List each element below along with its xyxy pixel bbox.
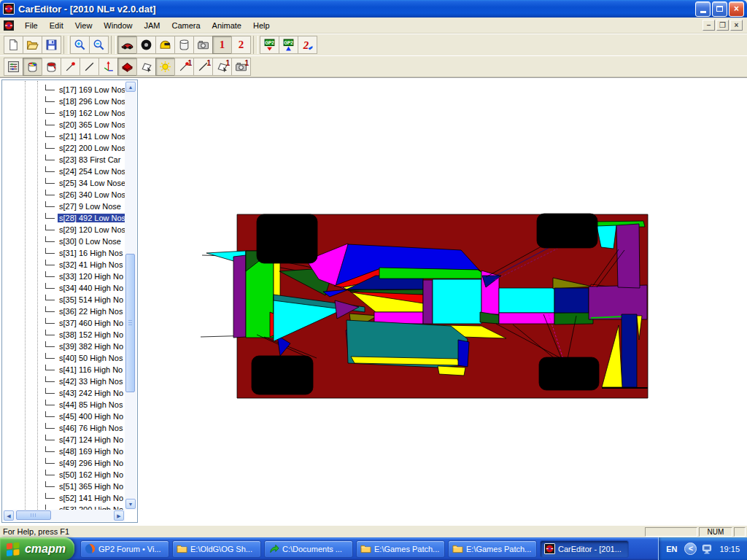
vertex-single-button[interactable]: 1 [174, 58, 194, 76]
show-helmet-button[interactable] [155, 36, 175, 54]
scroll-right-button[interactable]: ▶ [114, 510, 124, 521]
new-document-button[interactable] [4, 36, 23, 54]
tree-item-s52[interactable]: s[52] 141 High No [3, 492, 125, 504]
task-gp2-forum[interactable]: GP2 Forum • Vi... [80, 540, 169, 558]
tree-item-s50[interactable]: s[50] 162 High No [3, 469, 125, 481]
scroll-up-button[interactable]: ▲ [125, 82, 136, 92]
show-camera-button[interactable] [193, 36, 213, 54]
light-tool-button[interactable] [155, 58, 175, 76]
tree-item-s18[interactable]: s[18] 296 Low Nos [3, 96, 125, 107]
tree-item-s47[interactable]: s[47] 124 High No [3, 434, 125, 446]
polygon-tool-button[interactable] [136, 58, 156, 76]
vertex-tool-button[interactable] [61, 58, 80, 76]
show-barrel-button[interactable] [174, 36, 194, 54]
tree-item-s24[interactable]: s[24] 254 Low Nos [3, 166, 125, 177]
mdi-child-icon[interactable] [3, 20, 15, 31]
gp2-export-button[interactable]: GP2 [260, 36, 279, 54]
zoom-out-button[interactable] [89, 36, 109, 54]
show-wheel-button[interactable] [136, 36, 156, 54]
scroll-down-button[interactable]: ▼ [125, 499, 136, 509]
menu-view[interactable]: View [69, 19, 98, 32]
view-1-button[interactable]: 1 [212, 36, 232, 54]
tree-item-s19[interactable]: s[19] 162 Low Nos [3, 107, 125, 119]
menu-jam[interactable]: JAM [138, 19, 166, 32]
scroll-left-button[interactable]: ◀ [4, 510, 14, 521]
mdi-restore-button[interactable]: ❐ [716, 20, 729, 31]
horizontal-scroll-thumb[interactable] [16, 510, 51, 520]
tree-item-s31[interactable]: s[31] 16 High Nos [3, 247, 125, 259]
vertical-scroll-thumb[interactable] [125, 254, 135, 392]
close-button[interactable]: × [729, 1, 744, 17]
task-games-patch-2[interactable]: E:\Games Patch... [448, 540, 537, 558]
view-2-button[interactable]: 2 [231, 36, 251, 54]
menu-help[interactable]: Help [247, 19, 276, 32]
task-documents[interactable]: C:\Documents ... [264, 540, 353, 558]
tree-item-s53[interactable]: s[53] 200 High No [3, 504, 125, 510]
minimize-button[interactable] [695, 1, 711, 17]
careditor-app-icon[interactable] [3, 3, 15, 15]
tree-item-s21[interactable]: s[21] 141 Low Nos [3, 131, 125, 142]
line-tool-button[interactable] [80, 58, 99, 76]
menu-camera[interactable]: Camera [166, 19, 206, 32]
mdi-minimize-button[interactable]: – [703, 20, 715, 31]
start-button[interactable]: старт [0, 537, 74, 560]
zoom-in-button[interactable] [70, 36, 90, 54]
polygon-single-button[interactable]: 1 [212, 58, 232, 76]
axes-tool-button[interactable] [98, 58, 118, 76]
tree-item-s34[interactable]: s[34] 440 High No [3, 282, 125, 294]
tree-item-s25[interactable]: s[25] 34 Low Nose [3, 177, 125, 189]
tree-item-s51[interactable]: s[51] 365 High No [3, 481, 125, 492]
menu-animate[interactable]: Animate [206, 19, 247, 32]
tree-item-s37[interactable]: s[37] 460 High No [3, 317, 125, 329]
tree-item-s28[interactable]: s[28] 492 Low Nos [3, 212, 125, 224]
tree-item-s22[interactable]: s[22] 200 Low Nos [3, 142, 125, 154]
restore-button[interactable] [712, 1, 727, 17]
tree-item-s32[interactable]: s[32] 41 High Nos [3, 259, 125, 271]
menu-window[interactable]: Window [98, 19, 138, 32]
model-viewport[interactable] [140, 78, 747, 525]
tree-item-s49[interactable]: s[49] 296 High No [3, 457, 125, 469]
clock[interactable]: 19:15 [719, 545, 740, 553]
tree-item-s44[interactable]: s[44] 85 High Nos [3, 399, 125, 411]
tree-item-s33[interactable]: s[33] 120 High No [3, 271, 125, 282]
paint-cylinder-button[interactable] [42, 58, 61, 76]
tree-item-s42[interactable]: s[42] 33 High Nos [3, 376, 125, 387]
menu-edit[interactable]: Edit [44, 19, 69, 32]
face-tool-button[interactable] [117, 58, 137, 76]
line-single-button[interactable]: 1 [193, 58, 213, 76]
tree-item-s39[interactable]: s[39] 382 High No [3, 341, 125, 352]
language-indicator[interactable]: EN [666, 545, 677, 553]
tree-item-s48[interactable]: s[48] 169 High No [3, 446, 125, 457]
tree-item-s43[interactable]: s[43] 242 High No [3, 387, 125, 399]
car-model-top-view[interactable] [197, 205, 657, 405]
tree-item-s35[interactable]: s[35] 514 High No [3, 294, 125, 306]
display-tray-icon[interactable] [702, 543, 713, 555]
task-oldg-folder[interactable]: E:\OldG\OG Sh... [172, 540, 261, 558]
tree-item-s26[interactable]: s[26] 340 Low Nos [3, 189, 125, 201]
tree-item-s46[interactable]: s[46] 76 High Nos [3, 422, 125, 434]
color-cylinder-button[interactable] [23, 58, 42, 76]
tree-item-s40[interactable]: s[40] 50 High Nos [3, 352, 125, 364]
tree-item-s36[interactable]: s[36] 22 High Nos [3, 306, 125, 317]
tree-horizontal-scrollbar[interactable]: ◀ ▶ [3, 510, 125, 521]
task-careditor[interactable]: CarEditor - [201... [540, 540, 629, 558]
open-file-button[interactable] [23, 36, 42, 54]
tree-item-s17[interactable]: s[17] 169 Low Nos [3, 84, 125, 96]
tree-item-s27[interactable]: s[27] 9 Low Nose [3, 201, 125, 212]
camera-single-button[interactable]: 1 [231, 58, 251, 76]
mdi-close-button[interactable]: × [730, 20, 743, 31]
tree-item-s38[interactable]: s[38] 152 High No [3, 329, 125, 341]
menu-file[interactable]: File [19, 19, 44, 32]
task-games-patch-1[interactable]: E:\Games Patch... [356, 540, 445, 558]
tree-item-s30[interactable]: s[30] 0 Low Nose [3, 236, 125, 247]
car2-transfer-button[interactable]: 2 [298, 36, 317, 54]
tree-item-s41[interactable]: s[41] 116 High No [3, 364, 125, 376]
tree-item-s20[interactable]: s[20] 365 Low Nos [3, 119, 125, 131]
tree-item-s23[interactable]: s[23] 83 First Car [3, 154, 125, 166]
title-bar[interactable]: CarEditor - [2010 NL¤ v2.0.dat] × [0, 0, 747, 18]
settings-mixer-button[interactable] [4, 58, 23, 76]
hide-icons-chevron[interactable]: < [684, 542, 697, 555]
show-car-button[interactable] [117, 36, 137, 54]
tree-item-s45[interactable]: s[45] 400 High No [3, 411, 125, 422]
tree-item-s29[interactable]: s[29] 120 Low Nos [3, 224, 125, 236]
